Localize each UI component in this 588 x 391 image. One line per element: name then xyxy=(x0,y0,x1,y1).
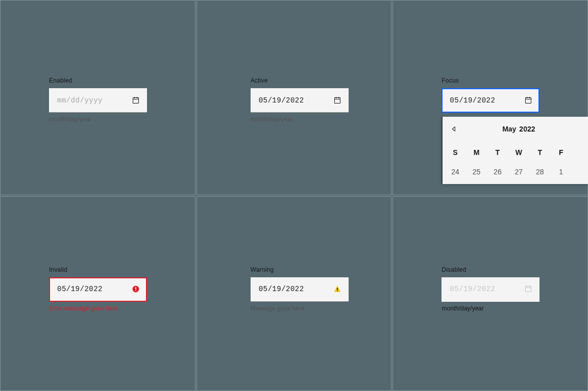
calendar-weekdays: S M T W T F xyxy=(445,143,588,162)
date-input-focus[interactable]: 05/19/2022 xyxy=(442,88,540,113)
date-input-active[interactable]: 05/19/2022 xyxy=(251,88,349,113)
calendar-month: May xyxy=(502,125,516,133)
date-input-value: 05/19/2022 xyxy=(57,285,132,293)
calendar-day[interactable]: 26 xyxy=(487,165,508,179)
field-label: Warning xyxy=(251,266,349,273)
calendar-day[interactable]: 24 xyxy=(445,165,465,179)
svg-rect-3 xyxy=(337,288,338,290)
weekday: T xyxy=(529,143,550,162)
calendar-popup[interactable]: May2022 S M T W T F 24 25 26 27 28 1 xyxy=(442,117,588,184)
help-text: month/day/year xyxy=(442,305,540,312)
calendar-icon[interactable] xyxy=(524,96,532,105)
field-label: Invalid xyxy=(49,266,147,273)
date-input-disabled: 05/19/2022 xyxy=(442,277,540,302)
weekday: W xyxy=(508,143,529,162)
error-text: Error message goes here xyxy=(49,305,147,312)
cell-active: Active 05/19/2022 month/day/year xyxy=(197,0,392,195)
svg-rect-2 xyxy=(135,290,136,291)
date-input-value: 05/19/2022 xyxy=(259,96,333,105)
calendar-day[interactable]: 1 xyxy=(550,165,571,179)
weekday: S xyxy=(445,143,465,162)
calendar-day[interactable]: 25 xyxy=(466,165,487,179)
field-label: Focus xyxy=(442,77,540,84)
cell-focus: Focus 05/19/2022 May2022 S M T W T F xyxy=(393,0,588,195)
calendar-row: 24 25 26 27 28 1 xyxy=(445,165,588,179)
cell-enabled: Enabled mm/dd/yyyy month/day/year xyxy=(0,0,195,195)
error-icon xyxy=(132,285,140,293)
help-text: month/day/year xyxy=(251,116,349,123)
date-input-value: 05/19/2022 xyxy=(450,285,524,293)
date-input-warning[interactable]: 05/19/2022 xyxy=(251,277,349,302)
states-grid: Enabled mm/dd/yyyy month/day/year Active… xyxy=(0,0,588,391)
field-label: Enabled xyxy=(49,77,147,84)
svg-rect-4 xyxy=(337,291,338,292)
field-label: Disabled xyxy=(442,266,540,273)
calendar-title: May2022 xyxy=(502,125,535,133)
calendar-day[interactable]: 28 xyxy=(529,165,550,179)
cell-warning: Warning 05/19/2022 Message goes here xyxy=(197,196,392,392)
cell-disabled: Disabled 05/19/2022 month/day/year xyxy=(393,196,588,392)
help-text: month/day/year xyxy=(49,116,147,123)
calendar-icon[interactable] xyxy=(333,96,341,105)
date-input-placeholder: mm/dd/yyyy xyxy=(57,96,132,105)
weekday: M xyxy=(466,143,487,162)
date-input-value: 05/19/2022 xyxy=(450,96,524,105)
calendar-day[interactable]: 27 xyxy=(508,165,529,179)
warning-icon xyxy=(333,285,341,293)
chevron-left-icon[interactable] xyxy=(450,125,458,133)
calendar-header: May2022 xyxy=(445,119,588,139)
weekday: F xyxy=(550,143,571,162)
date-input-invalid[interactable]: 05/19/2022 xyxy=(49,277,147,302)
calendar-year: 2022 xyxy=(519,125,535,133)
weekday: T xyxy=(487,143,508,162)
cell-invalid: Invalid 05/19/2022 Error message goes he… xyxy=(0,196,195,392)
field-label: Active xyxy=(251,77,349,84)
svg-rect-1 xyxy=(135,287,136,290)
date-input-enabled[interactable]: mm/dd/yyyy xyxy=(49,88,147,113)
warning-text: Message goes here xyxy=(251,305,349,312)
calendar-icon xyxy=(524,285,532,293)
calendar-icon[interactable] xyxy=(132,96,140,105)
date-input-value: 05/19/2022 xyxy=(259,285,333,293)
